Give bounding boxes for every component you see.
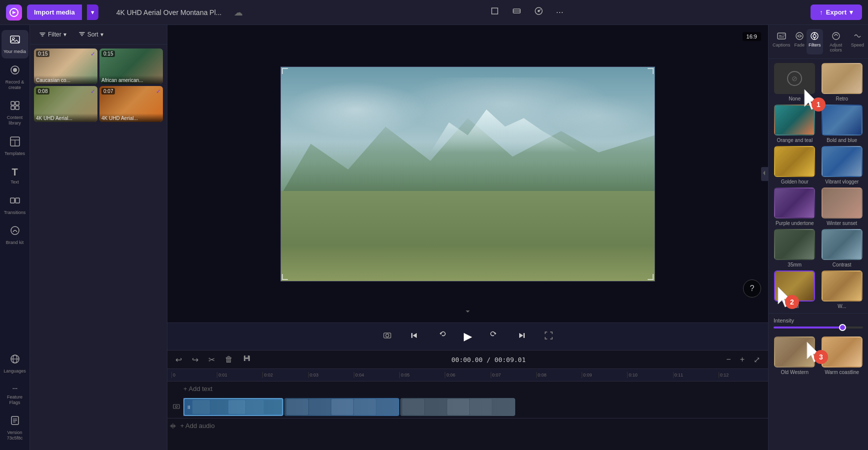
content-library-icon bbox=[9, 100, 20, 114]
filter-item-vibrant[interactable]: Vibrant vlogger bbox=[820, 146, 865, 184]
filter-item-warm-coastline[interactable]: Warm coastline bbox=[820, 336, 865, 375]
filter-label-winter: Winter sunset bbox=[827, 220, 857, 226]
delete-button[interactable]: 🗑 bbox=[222, 354, 236, 365]
sidebar-label-languages: Languages bbox=[3, 368, 26, 374]
adjust-colors-button[interactable]: Adjust colors bbox=[823, 29, 849, 54]
svg-point-9 bbox=[13, 68, 17, 72]
crop-tool-button[interactable] bbox=[486, 4, 504, 20]
play-button[interactable]: ▶ bbox=[460, 328, 476, 345]
filter-thumb-golden bbox=[774, 146, 815, 177]
trim-tool-button[interactable] bbox=[508, 4, 526, 20]
expand-timeline-button[interactable]: ⤢ bbox=[751, 354, 763, 366]
sidebar-item-templates[interactable]: Templates bbox=[1, 132, 28, 160]
filters-button[interactable]: Filters bbox=[807, 29, 823, 54]
video-plains bbox=[281, 191, 655, 281]
track-clip-3[interactable] bbox=[400, 398, 515, 416]
project-name[interactable]: 4K UHD Aerial Over Montana Pl... bbox=[111, 6, 227, 18]
add-text-button[interactable]: + Add text bbox=[167, 381, 768, 396]
zoom-out-button[interactable]: − bbox=[723, 354, 734, 365]
forward-button[interactable] bbox=[486, 329, 503, 344]
filter-label-bold-blue: Bold and blue bbox=[827, 138, 857, 143]
timeline-time: 00:00.00 / 00:09.01 bbox=[258, 356, 719, 364]
collapse-right-panel-button[interactable] bbox=[761, 167, 768, 181]
sidebar-item-languages[interactable]: Languages bbox=[1, 350, 28, 378]
speed-tool-button[interactable] bbox=[530, 4, 548, 20]
collapse-arrow[interactable] bbox=[464, 308, 472, 318]
filter-thumb-fall bbox=[774, 270, 815, 302]
filter-item-golden[interactable]: Golden hour bbox=[773, 146, 817, 184]
camera-mode-button[interactable] bbox=[379, 329, 396, 344]
media-thumb-aerial2[interactable]: 0:07 4K UHD Aerial... ✓ bbox=[99, 86, 163, 122]
filter-label-contrast: Contrast bbox=[833, 262, 852, 268]
track-clip-1[interactable]: ⏸ bbox=[183, 398, 283, 416]
export-button[interactable]: ↑ Export ▾ bbox=[811, 4, 862, 20]
ruler-mark-5: 0:05 bbox=[399, 372, 445, 378]
filter-grid-bottom: Old Western Warm coastline bbox=[769, 332, 868, 379]
save-button[interactable] bbox=[240, 354, 254, 366]
sidebar-item-your-media[interactable]: Your media bbox=[1, 30, 28, 58]
filter-item-orange-teal[interactable]: Orange and teal bbox=[773, 104, 817, 143]
sort-button[interactable]: Sort ▾ bbox=[74, 29, 107, 40]
filter-item-purple[interactable]: Purple undertone bbox=[773, 188, 817, 226]
add-audio-button[interactable]: + Add audio bbox=[167, 418, 768, 433]
ruler-mark-12: 0:12 bbox=[719, 372, 764, 378]
more-options-button[interactable]: ··· bbox=[552, 5, 567, 20]
captions-button[interactable]: CC Captions bbox=[771, 29, 793, 54]
svg-rect-1 bbox=[492, 8, 498, 14]
intensity-slider[interactable] bbox=[774, 326, 863, 328]
filter-item-contrast[interactable]: Contrast bbox=[820, 229, 865, 268]
filter-item-old-western[interactable]: Old Western bbox=[773, 336, 817, 375]
speed-button[interactable]: Speed bbox=[849, 29, 866, 54]
sidebar-item-brand-kit[interactable]: Brand kit bbox=[1, 221, 28, 250]
export-arrow-icon: ▾ bbox=[850, 8, 853, 16]
media-thumb-african[interactable]: 0:15 African american... bbox=[99, 48, 163, 84]
sidebar-label-record: Record & create bbox=[3, 80, 26, 90]
svg-rect-12 bbox=[11, 106, 14, 110]
filter-label-orange-teal: Orange and teal bbox=[777, 138, 813, 143]
preview-video bbox=[280, 66, 655, 282]
filter-button[interactable]: Filter ▾ bbox=[35, 29, 70, 40]
sidebar-item-transitions[interactable]: Transitions bbox=[1, 191, 28, 220]
rewind-button[interactable] bbox=[433, 329, 450, 344]
undo-button[interactable]: ↩ bbox=[172, 354, 185, 366]
african-label: African american... bbox=[99, 76, 163, 84]
ruler-mark-1: 0:01 bbox=[217, 372, 262, 378]
media-thumb-aerial1[interactable]: 0:08 4K UHD Aerial... ✓ bbox=[34, 86, 97, 122]
skip-back-button[interactable] bbox=[406, 329, 423, 344]
fullscreen-button[interactable] bbox=[540, 329, 557, 344]
help-button[interactable]: ? bbox=[743, 280, 761, 298]
filter-item-retro[interactable]: Retro bbox=[820, 63, 865, 102]
ruler-mark-0: 0 bbox=[171, 372, 217, 378]
preview-corner-tr bbox=[648, 68, 654, 74]
import-media-arrow-button[interactable]: ▾ bbox=[87, 4, 98, 20]
skip-forward-button[interactable] bbox=[513, 329, 530, 344]
filter-item-w[interactable]: W... bbox=[820, 270, 865, 309]
templates-icon bbox=[9, 136, 20, 150]
sidebar-item-content-library[interactable]: Content library bbox=[1, 96, 28, 130]
media-thumb-caucasian[interactable]: 0:15 Caucasian co... ✓ bbox=[34, 48, 97, 84]
sidebar-item-feature-flags[interactable]: ··· Feature Flags bbox=[1, 380, 28, 410]
filter-item-35mm[interactable]: 35mm bbox=[773, 229, 817, 268]
import-media-button[interactable]: Import media bbox=[27, 4, 82, 20]
sidebar-item-text[interactable]: T Text bbox=[1, 162, 28, 189]
sidebar-label-templates: Templates bbox=[4, 151, 25, 156]
redo-button[interactable]: ↪ bbox=[189, 354, 201, 366]
filter-item-winter[interactable]: Winter sunset bbox=[820, 188, 865, 226]
zoom-in-button[interactable]: + bbox=[737, 354, 748, 365]
filter-chevron-icon: ▾ bbox=[63, 31, 66, 38]
intensity-section: Intensity bbox=[769, 313, 868, 332]
cut-button[interactable]: ✂ bbox=[205, 354, 218, 366]
clip1-pause-icon: ⏸ bbox=[186, 404, 191, 410]
svg-point-5 bbox=[538, 10, 540, 12]
sidebar-item-record[interactable]: Record & create bbox=[1, 60, 28, 94]
filter-item-none[interactable]: ⊘ None bbox=[773, 63, 817, 102]
filter-label-golden: Golden hour bbox=[781, 179, 809, 184]
track-clip-2[interactable] bbox=[284, 398, 399, 416]
filter-item-fall[interactable]: Fall bbox=[773, 270, 817, 309]
filter-item-bold-blue[interactable]: Bold and blue bbox=[820, 104, 865, 143]
sidebar-item-version[interactable]: Version 73c5f8c bbox=[1, 411, 28, 445]
fade-button[interactable]: Fade bbox=[793, 29, 807, 54]
intensity-thumb[interactable] bbox=[839, 324, 846, 331]
svg-rect-30 bbox=[523, 333, 525, 338]
aspect-ratio-badge[interactable]: 16:9 bbox=[743, 32, 761, 41]
